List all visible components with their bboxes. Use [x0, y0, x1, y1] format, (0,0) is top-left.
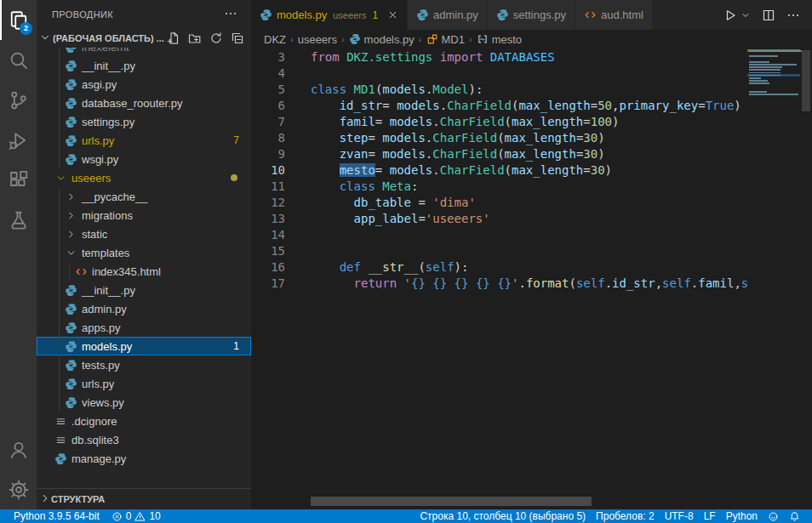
tree-folder-migrations[interactable]: migrations: [37, 206, 251, 225]
indent-guide: [59, 355, 60, 374]
python-file-icon: [64, 152, 77, 166]
code-token: self: [426, 260, 455, 274]
code-token: id_str: [612, 276, 655, 290]
tree-folder--pycache-[interactable]: __pycache__: [37, 187, 251, 206]
status-feedback[interactable]: [763, 509, 784, 523]
tree-file-urls-py[interactable]: urls.py7: [37, 131, 251, 150]
code-line-11: 11class Meta:: [251, 179, 747, 195]
tree-file--init-py[interactable]: __init__.py: [37, 281, 251, 299]
tree-folder-useeers[interactable]: useeers: [37, 168, 251, 187]
tab-admin-py[interactable]: admin.py: [408, 0, 488, 30]
new-folder-icon[interactable]: [188, 31, 202, 45]
activity-search[interactable]: [0, 40, 37, 80]
activity-extensions[interactable]: [0, 160, 37, 200]
line-number: 6: [251, 98, 285, 114]
tree-item-label: models.py: [82, 340, 132, 353]
breadcrumb-item-dkz[interactable]: DKZ: [264, 33, 286, 46]
outline-section-header[interactable]: СТРУКТУРА: [37, 488, 251, 509]
breadcrumb-separator-icon: ›: [418, 34, 423, 44]
close-icon[interactable]: [387, 9, 398, 20]
refresh-icon[interactable]: [209, 31, 223, 45]
tree-file-settings-py[interactable]: settings.py: [37, 112, 251, 131]
tree-file-models-py[interactable]: models.py1: [37, 337, 251, 355]
code-line-10: 10mesto= models.CharField(max_length=30): [251, 162, 747, 179]
status-eol[interactable]: LF: [699, 509, 721, 523]
code-token: (: [505, 163, 512, 177]
status-label: UTF-8: [665, 510, 694, 522]
status-python-interpreter[interactable]: Python 3.9.5 64-bit: [9, 509, 105, 523]
tree-file-wsgi-py[interactable]: wsgi.py: [37, 150, 251, 168]
breadcrumb-item-md1[interactable]: MD1: [426, 33, 465, 46]
tree-file-db-sqlite3[interactable]: db.sqlite3: [37, 430, 251, 449]
tree-folder-templates[interactable]: templates: [37, 243, 251, 262]
status-encoding[interactable]: UTF-8: [660, 509, 699, 523]
breadcrumb-item-mesto[interactable]: mesto: [477, 33, 522, 46]
tree-file-tests-py[interactable]: tests.py: [37, 355, 251, 374]
tab-aud-html[interactable]: aud.html: [575, 0, 653, 30]
tree-folder-static[interactable]: static: [37, 225, 251, 243]
tab-models-py[interactable]: models.pyuseeers1: [251, 0, 408, 30]
tree-file--init-py[interactable]: __init__.py: [37, 56, 251, 75]
chevron-down-icon: [64, 247, 77, 259]
code-token: 'dima': [432, 196, 476, 209]
tree-file-index345-html[interactable]: index345.html: [37, 262, 251, 281]
collapse-all-icon[interactable]: [231, 31, 244, 45]
status-label: Python: [726, 510, 758, 522]
selected-text: mesto: [340, 163, 375, 177]
activity-explorer[interactable]: 2: [0, 0, 37, 40]
code-line-3: 3from DKZ.settings import DATABASES: [251, 49, 747, 65]
activity-settings[interactable]: [0, 469, 37, 509]
tree-file--dcignore[interactable]: .dcignore: [37, 412, 251, 430]
tab-label: settings.py: [513, 9, 566, 21]
horizontal-scrollbar[interactable]: [311, 497, 592, 506]
indent-guide: [59, 75, 60, 94]
status-language-mode[interactable]: Python: [721, 509, 763, 523]
minimap-text: [749, 94, 798, 95]
views-more-actions-icon[interactable]: [224, 7, 251, 22]
more-actions-button[interactable]: [786, 9, 800, 22]
line-number: 13: [251, 211, 285, 227]
tree-file-urls-py[interactable]: urls.py: [37, 374, 251, 393]
run-file-button[interactable]: [723, 9, 737, 22]
status-cursor-position[interactable]: Строка 10, столбец 10 (выбрано 5): [415, 509, 591, 523]
activity-testing[interactable]: [0, 200, 37, 240]
tree-item-label: tests.py: [82, 359, 120, 372]
code-token: models: [397, 99, 440, 112]
status-problems[interactable]: 010: [106, 509, 166, 523]
tab-settings-py[interactable]: settings.py: [488, 0, 575, 30]
activity-accounts[interactable]: [0, 429, 37, 469]
workspace-section-header[interactable]: (РАБОЧАЯ ОБЛАСТЬ) ...: [37, 29, 251, 48]
tree-item-label: __init__.py: [82, 60, 135, 72]
tree-file-manage-py[interactable]: manage.py: [37, 449, 251, 468]
tree-file-admin-py[interactable]: admin.py: [37, 299, 251, 318]
activity-run-debug[interactable]: [0, 120, 37, 160]
tree-file-asgi-py[interactable]: asgi.py: [37, 75, 251, 94]
run-dropdown[interactable]: [741, 10, 751, 20]
activity-source-control[interactable]: [0, 80, 37, 120]
breadcrumb-item-useeers[interactable]: useeers: [298, 33, 337, 46]
vertical-scrollbar[interactable]: [802, 50, 810, 111]
code-token: MD1: [354, 82, 375, 96]
status-notifications[interactable]: [784, 509, 805, 523]
minimap-line: [747, 93, 800, 95]
tree-file-apps-py[interactable]: apps.py: [37, 318, 251, 337]
line-number: 17: [251, 276, 285, 292]
breadcrumb-label: useeers: [298, 33, 337, 46]
new-file-icon[interactable]: [167, 31, 180, 45]
indent-guide: [59, 112, 60, 131]
code-token: step: [340, 131, 369, 145]
code-token: import: [432, 50, 489, 64]
status-indentation[interactable]: Пробелов: 2: [591, 509, 660, 523]
code-editor[interactable]: 3from DKZ.settings import DATABASES45cla…: [251, 48, 812, 509]
code-token: def: [340, 260, 369, 274]
editor-group: models.pyuseeers1admin.pysettings.pyaud.…: [251, 0, 812, 509]
code-token: db_table: [354, 196, 411, 209]
split-editor-button[interactable]: [762, 9, 775, 22]
breadcrumb-item-models-py[interactable]: models.py: [349, 33, 415, 46]
tree-file-database-roouter-py[interactable]: database_roouter.py: [37, 94, 251, 112]
code-line-7: 7famil= models.CharField(max_length=100): [251, 114, 747, 130]
minimap[interactable]: [747, 48, 800, 95]
chevron-right-icon: [39, 492, 51, 506]
tree-file-views-py[interactable]: views.py: [37, 393, 251, 412]
activity-bar: 2: [0, 0, 37, 509]
